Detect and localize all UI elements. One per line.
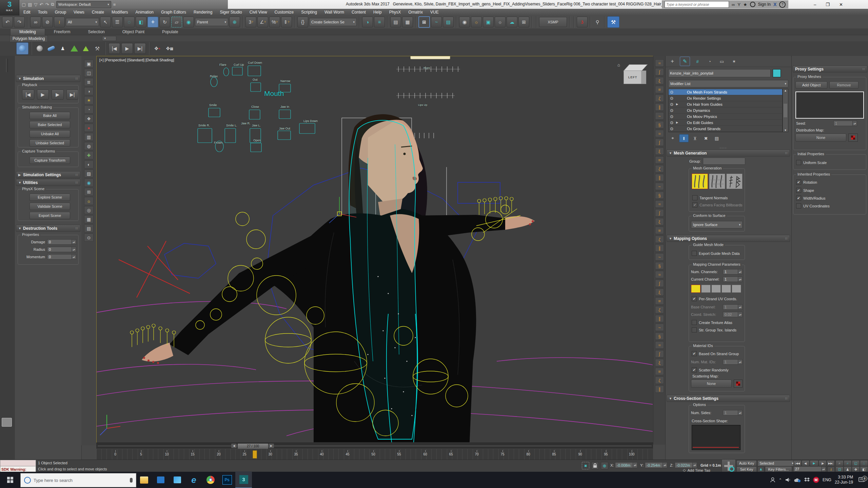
destruction-spinner[interactable]: 0▴▾ [47, 247, 76, 252]
ornatrix-tool-icon[interactable]: ≡ [655, 368, 664, 375]
massfx-fluid-icon[interactable] [81, 43, 91, 54]
viewport-camera-icon[interactable]: ◔ [84, 105, 94, 114]
tools-icon[interactable]: ⚒ [607, 16, 619, 28]
sim-play-button[interactable]: ▶ [37, 89, 49, 100]
snaps-toggle-icon[interactable]: 3? [245, 17, 256, 27]
xsmp-button[interactable]: XSMP [539, 17, 567, 27]
mesh-mode-strands-button[interactable] [692, 174, 708, 189]
curve-editor-icon[interactable]: ~ [431, 17, 442, 27]
width-radius-checkbox[interactable]: ✔Width/Radius [796, 196, 825, 201]
redo-button[interactable]: ↷ [14, 17, 25, 27]
restore-button[interactable]: ❐ [826, 2, 830, 7]
make-unique-icon[interactable]: ⊻ [691, 135, 699, 142]
pin-stack-icon[interactable]: ⌖ [668, 135, 677, 142]
selection-filter-dropdown[interactable]: All [66, 18, 99, 26]
fetch-icon[interactable]: ⧉ [51, 2, 54, 7]
toggle-scene-explorer-icon[interactable]: ▤ [390, 17, 401, 27]
ornatrix-tool-icon[interactable]: § [655, 262, 664, 269]
configure-modifier-sets-icon[interactable]: ▤ [712, 135, 721, 142]
exchange-icon[interactable]: X [773, 2, 776, 7]
distribution-map-button[interactable]: None [795, 134, 846, 142]
massfx-capsule-icon[interactable] [46, 43, 56, 54]
uv-mode-4-button[interactable] [722, 285, 731, 293]
hidden-icons-caret[interactable]: ⌃ [779, 478, 782, 482]
communication-center-icon[interactable]: Y [737, 2, 741, 7]
action-center-icon[interactable]: 8 [856, 477, 867, 483]
toolbar-menu-icon[interactable]: ≡ [113, 2, 116, 7]
base-channel-spinner[interactable]: 1▴▾ [723, 304, 743, 310]
viewport-shade-icon[interactable]: ◑ [84, 87, 94, 95]
menu-item[interactable]: VUE [427, 9, 442, 16]
ornatrix-tool-icon[interactable]: ∥ [655, 315, 664, 322]
modifier-list-dropdown[interactable]: Modifier List [668, 80, 788, 87]
ornatrix-tool-icon[interactable]: ∫ [655, 350, 664, 358]
taskbar-search[interactable]: Type here to search [20, 473, 136, 487]
volume-icon[interactable] [785, 477, 791, 482]
menu-item[interactable]: Customize [271, 9, 298, 16]
prev-frame-arrow[interactable]: ◀ [231, 444, 237, 448]
stack-scrollbar[interactable]: ▲▼ [783, 89, 788, 132]
physx-scene-button[interactable]: Validate Scene [29, 203, 70, 210]
viewport-scene-icon[interactable]: ❖ [84, 115, 94, 123]
menu-item[interactable]: Rendering [190, 9, 216, 16]
ornatrix-tool-icon[interactable]: ζ [655, 236, 664, 243]
auto-key-button[interactable]: Auto Key [736, 460, 757, 466]
export-guide-mesh-checkbox[interactable]: Export Guide Mesh Data [692, 251, 739, 256]
massfx-world-icon[interactable] [16, 42, 28, 55]
ornatrix-tool-icon[interactable]: ≈ [655, 59, 664, 67]
redo-icon[interactable]: ↷ [45, 2, 49, 7]
mesh-mode-segments-button[interactable] [709, 174, 725, 189]
start-button[interactable] [0, 472, 20, 488]
visibility-eye-icon[interactable]: ⊙ [670, 114, 675, 119]
language-indicator[interactable]: ENG [823, 477, 831, 482]
ornatrix-tool-icon[interactable]: ∥ [655, 244, 664, 252]
key-mode-dropdown[interactable]: Selected [757, 460, 795, 466]
strand-group-tex-islands-checkbox[interactable]: Str. Group Tex. Islands [692, 327, 736, 332]
viewport-paint-icon[interactable]: ✚ [84, 151, 94, 159]
sim-play-noreset-button[interactable]: ▶ [52, 89, 64, 100]
viewcube[interactable]: ⌂ LEFT [617, 62, 650, 92]
select-object-icon[interactable]: ↖ [100, 17, 111, 27]
seed-spinner[interactable]: 1▴▾ [833, 121, 857, 126]
ribbon-tab[interactable]: Selection [79, 28, 113, 35]
scatter-randomly-checkbox[interactable]: ✔Scatter Randomly [692, 367, 728, 372]
undo-icon[interactable]: ↶ [40, 2, 43, 7]
coord-stretch-spinner[interactable]: 0.02▴▾ [723, 312, 743, 317]
mapping-options-rollout-header[interactable]: ▼Mapping Options∷ [667, 235, 790, 242]
current-channel-spinner[interactable]: 1▴▾ [723, 277, 743, 282]
scroll-thumb[interactable] [784, 104, 787, 117]
ornatrix-tool-icon[interactable]: ≈ [655, 341, 664, 349]
ornatrix-tool-icon[interactable]: ~ [655, 112, 664, 120]
num-channels-spinner[interactable]: 1▴▾ [723, 269, 743, 274]
viewport-light-icon[interactable]: ☀ [84, 96, 94, 104]
z-coordinate-field[interactable]: -0.022m▴▾ [675, 462, 697, 468]
destruction-spinner[interactable]: 0▴▾ [47, 254, 76, 260]
rendered-frame-window-icon[interactable]: ▣ [483, 17, 494, 27]
cross-section-shape-editor[interactable] [692, 425, 741, 450]
massfx-step-sim-icon[interactable]: ▶| [134, 43, 146, 54]
material-editor-icon[interactable]: ◉ [459, 17, 470, 27]
scroll-down-icon[interactable]: ▼ [784, 129, 787, 132]
dropbox-icon[interactable] [804, 477, 810, 482]
massfx-fracture-icon[interactable]: ⚒ [92, 43, 102, 54]
unlink-selection-icon[interactable]: ⊘ [42, 17, 53, 27]
conform-surface-dropdown[interactable]: Ignore Surface [691, 221, 743, 228]
massfx-ragdoll-icon[interactable]: ♟ [58, 43, 68, 54]
mic-icon[interactable] [130, 478, 133, 483]
expand-arrow-icon[interactable]: ▶ [676, 103, 679, 106]
maya-tray-icon[interactable]: M [813, 477, 819, 483]
remove-modifier-icon[interactable]: ✖ [702, 135, 710, 142]
viewport-globe-icon[interactable]: ◎ [84, 206, 94, 214]
menu-item[interactable]: Wall Worm [321, 9, 348, 16]
tab-modify[interactable]: ✎ [680, 57, 690, 66]
based-on-strand-group-checkbox[interactable]: ✔Based On Strand Group [692, 351, 739, 356]
menu-item[interactable]: Content [348, 9, 370, 16]
people-icon[interactable] [770, 477, 775, 483]
visibility-eye-icon[interactable]: ⊙ [670, 90, 675, 95]
expand-arrow-icon[interactable]: ▶ [676, 121, 679, 124]
taskbar-edge-icon[interactable]: e [185, 472, 202, 488]
viewport-display-icon[interactable]: ◫ [84, 69, 94, 77]
modifier-stack-row[interactable]: ⊙ ▶ Ox Dynamics [669, 107, 782, 114]
sim-step-button[interactable]: ▶| [66, 89, 79, 100]
mesh-generation-rollout-header[interactable]: ▼Mesh Generation∷ [667, 149, 790, 157]
